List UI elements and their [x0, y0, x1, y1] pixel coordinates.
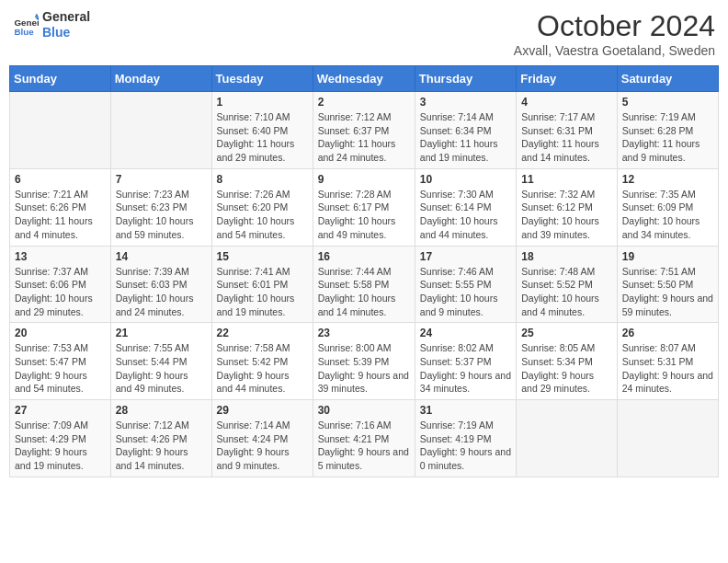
- calendar-cell: 15Sunrise: 7:41 AM Sunset: 6:01 PM Dayli…: [211, 246, 313, 323]
- cell-content: Sunrise: 7:21 AM Sunset: 6:26 PM Dayligh…: [15, 188, 106, 242]
- calendar-cell: 16Sunrise: 7:44 AM Sunset: 5:58 PM Dayli…: [313, 246, 415, 323]
- day-number: 12: [622, 173, 713, 186]
- month-title: October 2024: [514, 9, 715, 43]
- calendar-week-row: 27Sunrise: 7:09 AM Sunset: 4:29 PM Dayli…: [10, 400, 719, 477]
- calendar-cell: 19Sunrise: 7:51 AM Sunset: 5:50 PM Dayli…: [617, 246, 718, 323]
- cell-content: Sunrise: 7:12 AM Sunset: 6:37 PM Dayligh…: [318, 110, 410, 165]
- day-number: 18: [521, 250, 612, 263]
- page-header: General Blue General Blue October 2024 A…: [9, 9, 719, 58]
- calendar-cell: 8Sunrise: 7:26 AM Sunset: 6:20 PM Daylig…: [211, 168, 313, 246]
- day-header-thursday: Thursday: [415, 66, 516, 92]
- logo: General Blue General Blue: [13, 9, 90, 40]
- cell-content: Sunrise: 8:00 AM Sunset: 5:39 PM Dayligh…: [318, 341, 410, 396]
- cell-content: Sunrise: 7:16 AM Sunset: 4:21 PM Dayligh…: [318, 419, 410, 473]
- day-header-wednesday: Wednesday: [313, 66, 415, 92]
- day-number: 17: [420, 250, 511, 263]
- calendar-cell: 12Sunrise: 7:35 AM Sunset: 6:09 PM Dayli…: [617, 168, 718, 246]
- day-number: 1: [217, 96, 308, 109]
- cell-content: Sunrise: 7:39 AM Sunset: 6:03 PM Dayligh…: [116, 265, 207, 319]
- day-number: 9: [318, 173, 410, 186]
- calendar-cell: 26Sunrise: 8:07 AM Sunset: 5:31 PM Dayli…: [617, 323, 718, 400]
- calendar-cell: 14Sunrise: 7:39 AM Sunset: 6:03 PM Dayli…: [110, 246, 211, 323]
- logo-line2: Blue: [42, 25, 90, 40]
- cell-content: Sunrise: 8:02 AM Sunset: 5:37 PM Dayligh…: [420, 341, 511, 396]
- calendar-cell: 3Sunrise: 7:14 AM Sunset: 6:34 PM Daylig…: [415, 92, 516, 169]
- calendar-cell: 13Sunrise: 7:37 AM Sunset: 6:06 PM Dayli…: [10, 246, 111, 323]
- day-number: 10: [420, 173, 511, 186]
- calendar-header-row: SundayMondayTuesdayWednesdayThursdayFrid…: [10, 66, 719, 92]
- day-number: 11: [521, 173, 612, 186]
- cell-content: Sunrise: 7:26 AM Sunset: 6:20 PM Dayligh…: [217, 188, 308, 242]
- cell-content: Sunrise: 7:30 AM Sunset: 6:14 PM Dayligh…: [420, 188, 511, 242]
- cell-content: Sunrise: 7:17 AM Sunset: 6:31 PM Dayligh…: [521, 110, 612, 165]
- cell-content: Sunrise: 7:48 AM Sunset: 5:52 PM Dayligh…: [521, 265, 612, 319]
- cell-content: Sunrise: 7:55 AM Sunset: 5:44 PM Dayligh…: [116, 341, 207, 396]
- day-header-monday: Monday: [110, 66, 211, 92]
- cell-content: Sunrise: 7:12 AM Sunset: 4:26 PM Dayligh…: [116, 419, 207, 473]
- day-number: 7: [116, 173, 207, 186]
- calendar-cell: [110, 92, 211, 169]
- calendar-cell: 4Sunrise: 7:17 AM Sunset: 6:31 PM Daylig…: [517, 92, 618, 169]
- day-number: 20: [15, 327, 106, 339]
- day-number: 31: [420, 404, 511, 417]
- cell-content: Sunrise: 8:05 AM Sunset: 5:34 PM Dayligh…: [521, 341, 612, 396]
- cell-content: Sunrise: 7:09 AM Sunset: 4:29 PM Dayligh…: [15, 419, 106, 473]
- day-number: 4: [521, 96, 612, 109]
- day-number: 26: [622, 327, 713, 339]
- calendar-cell: 1Sunrise: 7:10 AM Sunset: 6:40 PM Daylig…: [211, 92, 313, 169]
- day-number: 2: [318, 96, 410, 109]
- calendar-cell: [10, 92, 111, 169]
- calendar-cell: [617, 400, 718, 477]
- day-header-tuesday: Tuesday: [211, 66, 313, 92]
- day-number: 8: [217, 173, 308, 186]
- calendar-week-row: 13Sunrise: 7:37 AM Sunset: 6:06 PM Dayli…: [10, 246, 719, 323]
- calendar-cell: 21Sunrise: 7:55 AM Sunset: 5:44 PM Dayli…: [110, 323, 211, 400]
- calendar-cell: 22Sunrise: 7:58 AM Sunset: 5:42 PM Dayli…: [211, 323, 313, 400]
- title-section: October 2024 Axvall, Vaestra Goetaland, …: [514, 9, 715, 58]
- day-header-sunday: Sunday: [10, 66, 111, 92]
- calendar-cell: 27Sunrise: 7:09 AM Sunset: 4:29 PM Dayli…: [10, 400, 111, 477]
- svg-text:Blue: Blue: [14, 27, 34, 37]
- cell-content: Sunrise: 7:37 AM Sunset: 6:06 PM Dayligh…: [15, 265, 106, 319]
- day-number: 25: [521, 327, 612, 339]
- calendar-cell: 5Sunrise: 7:19 AM Sunset: 6:28 PM Daylig…: [617, 92, 718, 169]
- day-number: 13: [15, 250, 106, 263]
- cell-content: Sunrise: 7:58 AM Sunset: 5:42 PM Dayligh…: [217, 341, 308, 396]
- calendar-cell: 2Sunrise: 7:12 AM Sunset: 6:37 PM Daylig…: [313, 92, 415, 169]
- calendar-cell: 23Sunrise: 8:00 AM Sunset: 5:39 PM Dayli…: [313, 323, 415, 400]
- cell-content: Sunrise: 7:53 AM Sunset: 5:47 PM Dayligh…: [15, 341, 106, 396]
- cell-content: Sunrise: 7:35 AM Sunset: 6:09 PM Dayligh…: [622, 188, 713, 242]
- calendar-cell: 31Sunrise: 7:19 AM Sunset: 4:19 PM Dayli…: [415, 400, 516, 477]
- day-number: 16: [318, 250, 410, 263]
- location-subtitle: Axvall, Vaestra Goetaland, Sweden: [514, 43, 715, 58]
- calendar-cell: 6Sunrise: 7:21 AM Sunset: 6:26 PM Daylig…: [10, 168, 111, 246]
- day-number: 5: [622, 96, 713, 109]
- day-number: 24: [420, 327, 511, 339]
- calendar-week-row: 20Sunrise: 7:53 AM Sunset: 5:47 PM Dayli…: [10, 323, 719, 400]
- day-header-friday: Friday: [517, 66, 618, 92]
- cell-content: Sunrise: 7:14 AM Sunset: 4:24 PM Dayligh…: [217, 419, 308, 473]
- calendar-cell: 9Sunrise: 7:28 AM Sunset: 6:17 PM Daylig…: [313, 168, 415, 246]
- cell-content: Sunrise: 7:32 AM Sunset: 6:12 PM Dayligh…: [521, 188, 612, 242]
- logo-icon: General Blue: [13, 12, 39, 38]
- day-number: 27: [15, 404, 106, 417]
- day-number: 21: [116, 327, 207, 339]
- calendar-cell: 18Sunrise: 7:48 AM Sunset: 5:52 PM Dayli…: [517, 246, 618, 323]
- calendar-cell: 28Sunrise: 7:12 AM Sunset: 4:26 PM Dayli…: [110, 400, 211, 477]
- cell-content: Sunrise: 7:23 AM Sunset: 6:23 PM Dayligh…: [116, 188, 207, 242]
- cell-content: Sunrise: 7:46 AM Sunset: 5:55 PM Dayligh…: [420, 265, 511, 319]
- cell-content: Sunrise: 7:10 AM Sunset: 6:40 PM Dayligh…: [217, 110, 308, 165]
- calendar-week-row: 6Sunrise: 7:21 AM Sunset: 6:26 PM Daylig…: [10, 168, 719, 246]
- cell-content: Sunrise: 7:19 AM Sunset: 6:28 PM Dayligh…: [622, 110, 713, 165]
- day-header-saturday: Saturday: [617, 66, 718, 92]
- calendar-cell: 17Sunrise: 7:46 AM Sunset: 5:55 PM Dayli…: [415, 246, 516, 323]
- calendar-table: SundayMondayTuesdayWednesdayThursdayFrid…: [9, 65, 719, 477]
- day-number: 3: [420, 96, 511, 109]
- cell-content: Sunrise: 7:28 AM Sunset: 6:17 PM Dayligh…: [318, 188, 410, 242]
- day-number: 15: [217, 250, 308, 263]
- cell-content: Sunrise: 8:07 AM Sunset: 5:31 PM Dayligh…: [622, 341, 713, 396]
- day-number: 28: [116, 404, 207, 417]
- day-number: 22: [217, 327, 308, 339]
- calendar-week-row: 1Sunrise: 7:10 AM Sunset: 6:40 PM Daylig…: [10, 92, 719, 169]
- logo-line1: General: [42, 9, 90, 25]
